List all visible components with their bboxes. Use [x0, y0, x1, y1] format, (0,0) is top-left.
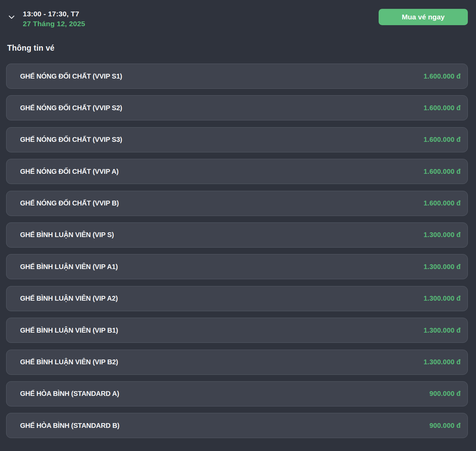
ticket-price: 1.600.000 đ [424, 199, 461, 207]
buy-ticket-button[interactable]: Mua vé ngay [379, 9, 468, 25]
ticket-name: GHẾ BÌNH LUẬN VIÊN (VIP B2) [20, 358, 118, 366]
ticket-row[interactable]: GHẾ HÒA BÌNH (STANDARD B)900.000 đ [6, 413, 468, 438]
ticket-row[interactable]: GHẾ BÌNH LUẬN VIÊN (VIP S)1.300.000 đ [6, 222, 468, 248]
ticket-price: 900.000 đ [429, 422, 461, 430]
event-datetime: 13:00 - 17:30, T7 27 Tháng 12, 2025 [23, 9, 85, 29]
ticket-price: 1.600.000 đ [424, 72, 461, 80]
ticket-row[interactable]: GHẾ BÌNH LUẬN VIÊN (VIP A1)1.300.000 đ [6, 254, 468, 279]
ticket-name: GHẾ HÒA BÌNH (STANDARD B) [20, 422, 120, 430]
ticket-row[interactable]: GHẾ NÓNG ĐỐI CHẤT (VVIP B)1.600.000 đ [6, 191, 468, 216]
ticket-list: GHẾ NÓNG ĐỐI CHẤT (VVIP S1)1.600.000 đGH… [6, 64, 468, 438]
chevron-down-icon[interactable] [7, 12, 16, 22]
ticket-row[interactable]: GHẾ NÓNG ĐỐI CHẤT (VVIP A)1.600.000 đ [6, 159, 468, 184]
ticket-name: GHẾ NÓNG ĐỐI CHẤT (VVIP B) [20, 199, 119, 207]
ticket-name: GHẾ NÓNG ĐỐI CHẤT (VVIP S3) [20, 136, 122, 144]
ticket-price: 1.300.000 đ [424, 327, 461, 334]
ticket-row[interactable]: GHẾ BÌNH LUẬN VIÊN (VIP A2)1.300.000 đ [6, 286, 468, 311]
event-time: 13:00 - 17:30, T7 [23, 9, 85, 19]
ticket-name: GHẾ BÌNH LUẬN VIÊN (VIP A2) [20, 295, 118, 302]
ticket-name: GHẾ NÓNG ĐỐI CHẤT (VVIP A) [20, 168, 118, 176]
ticket-row[interactable]: GHẾ NÓNG ĐỐI CHẤT (VVIP S3)1.600.000 đ [6, 127, 468, 152]
ticket-name: GHẾ NÓNG ĐỐI CHẤT (VVIP S1) [20, 72, 122, 80]
ticket-row[interactable]: GHẾ NÓNG ĐỐI CHẤT (VVIP S2)1.600.000 đ [6, 95, 468, 120]
ticket-row[interactable]: GHẾ NÓNG ĐỐI CHẤT (VVIP S1)1.600.000 đ [6, 64, 468, 89]
ticket-name: GHẾ BÌNH LUẬN VIÊN (VIP A1) [20, 263, 118, 271]
section-title: Thông tin vé [7, 44, 54, 53]
ticket-name: GHẾ HÒA BÌNH (STANDARD A) [20, 390, 119, 398]
event-date: 27 Tháng 12, 2025 [23, 19, 85, 29]
ticket-info-panel: 13:00 - 17:30, T7 27 Tháng 12, 2025 Mua … [0, 0, 476, 451]
ticket-name: GHẾ NÓNG ĐỐI CHẤT (VVIP S2) [20, 104, 122, 112]
ticket-row[interactable]: GHẾ BÌNH LUẬN VIÊN (VIP B2)1.300.000 đ [6, 350, 468, 375]
ticket-price: 1.300.000 đ [424, 231, 461, 239]
ticket-name: GHẾ BÌNH LUẬN VIÊN (VIP S) [20, 231, 114, 239]
ticket-row[interactable]: GHẾ HÒA BÌNH (STANDARD A)900.000 đ [6, 381, 468, 406]
ticket-price: 1.600.000 đ [424, 104, 461, 112]
ticket-price: 900.000 đ [429, 390, 461, 398]
ticket-price: 1.300.000 đ [424, 295, 461, 302]
ticket-price: 1.600.000 đ [424, 168, 461, 176]
ticket-price: 1.300.000 đ [424, 263, 461, 271]
ticket-price: 1.600.000 đ [424, 136, 461, 144]
ticket-name: GHẾ BÌNH LUẬN VIÊN (VIP B1) [20, 327, 118, 334]
ticket-row[interactable]: GHẾ BÌNH LUẬN VIÊN (VIP B1)1.300.000 đ [6, 318, 468, 343]
ticket-price: 1.300.000 đ [424, 358, 461, 366]
